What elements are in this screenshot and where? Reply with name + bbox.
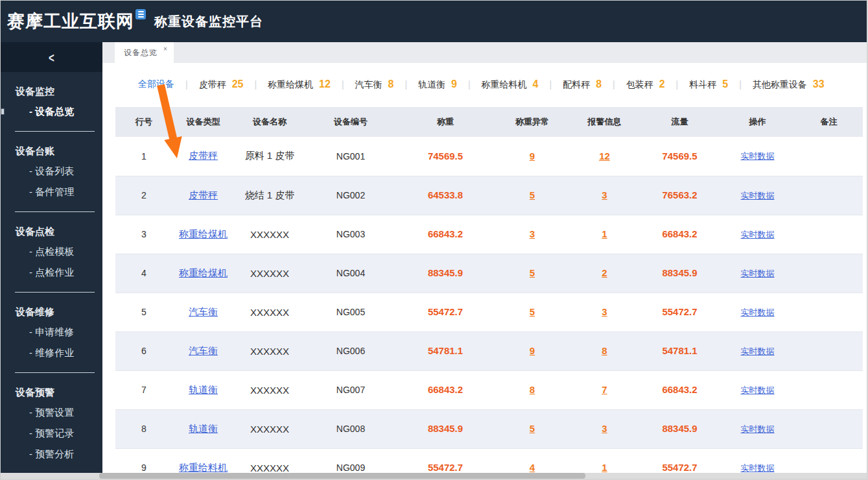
cell-remark [795, 409, 863, 448]
filter-category[interactable]: 轨道衡9 [418, 78, 457, 91]
sidebar-item[interactable]: - 预警设置 [1, 402, 102, 423]
device-type-link[interactable]: 皮带秤 [189, 189, 218, 200]
filter-category[interactable]: 称重给料机4 [482, 78, 539, 91]
device-type-link[interactable]: 称重给煤机 [179, 267, 228, 278]
horizontal-scrollbar-track[interactable] [1, 473, 867, 479]
sidebar-section-title[interactable]: 设备监控 [1, 82, 102, 101]
abnormal-count-link[interactable]: 5 [530, 189, 535, 200]
sidebar-collapse-button[interactable]: < [1, 42, 102, 72]
sidebar-item[interactable]: - 设备总览 [1, 101, 102, 122]
tab-device-overview[interactable]: 设备总览 × [115, 42, 174, 63]
realtime-data-link[interactable]: 实时数据 [741, 385, 775, 395]
sidebar-section-title[interactable]: 设备点检 [1, 222, 102, 241]
alarm-count-link[interactable]: 12 [599, 150, 610, 162]
abnormal-count-link[interactable]: 3 [530, 228, 535, 239]
table-row: 7轨道衡XXXXXXNG00766843.28766843.2实时数据 [115, 370, 863, 409]
filter-separator: | [254, 79, 257, 90]
abnormal-count-link[interactable]: 4 [530, 462, 535, 473]
cell-alarm-info: 3 [570, 409, 639, 448]
cell-weight: 88345.9 [396, 409, 495, 448]
column-header: 称重 [396, 107, 495, 137]
sidebar-item[interactable]: - 备件管理 [1, 182, 102, 202]
cell-remark [795, 176, 863, 215]
filter-category[interactable]: 料斗秤5 [689, 78, 728, 91]
sidebar-section-title[interactable]: 设备预警 [1, 383, 102, 402]
cell-weight: 66843.2 [396, 215, 495, 254]
realtime-data-link[interactable]: 实时数据 [741, 269, 775, 278]
abnormal-count-link[interactable]: 8 [530, 384, 535, 395]
abnormal-count-link[interactable]: 9 [530, 150, 535, 162]
alarm-count-link[interactable]: 3 [602, 306, 607, 317]
table-header-row: 行号设备类型设备名称设备编号称重称重异常报警信息流量操作备注 [115, 107, 863, 137]
filter-separator: | [405, 79, 407, 90]
sidebar-item[interactable]: - 设备列表 [1, 161, 102, 182]
close-icon[interactable]: × [163, 45, 167, 53]
cell-alarm-info: 12 [570, 137, 639, 176]
sidebar-section: 设备预警- 预警设置- 预警记录- 预警分析 [1, 373, 102, 470]
device-type-link[interactable]: 汽车衡 [189, 306, 218, 317]
column-header: 行号 [115, 107, 172, 137]
cell-device-code: NG005 [305, 293, 396, 331]
device-type-link[interactable]: 称重给煤机 [179, 228, 228, 239]
filter-category[interactable]: 包装秤2 [626, 78, 665, 91]
cell-row-number: 3 [115, 215, 172, 254]
filter-category-label: 汽车衡 [355, 79, 382, 90]
sidebar-section: 设备监控- 设备总览 [1, 72, 102, 127]
alarm-count-link[interactable]: 1 [602, 462, 607, 473]
realtime-data-link[interactable]: 实时数据 [741, 346, 775, 356]
abnormal-count-link[interactable]: 5 [530, 267, 535, 278]
sidebar-section-title[interactable]: 设备维修 [1, 302, 102, 322]
filter-category[interactable]: 配料秤8 [563, 78, 602, 91]
cell-device-name: XXXXXX [234, 215, 305, 254]
filter-category-label: 皮带秤 [199, 79, 226, 90]
alarm-count-link[interactable]: 3 [602, 189, 607, 200]
alarm-count-link[interactable]: 8 [602, 345, 607, 356]
abnormal-count-link[interactable]: 5 [530, 423, 535, 434]
alarm-count-link[interactable]: 2 [602, 267, 607, 278]
cell-row-number: 5 [115, 293, 172, 331]
weight-value: 66843.2 [428, 228, 463, 239]
horizontal-scrollbar-thumb[interactable] [99, 473, 585, 479]
cell-device-type: 称重给煤机 [172, 215, 234, 254]
hamburger-menu-icon[interactable] [135, 9, 146, 19]
filter-category[interactable]: 皮带秤25 [199, 78, 244, 91]
device-type-link[interactable]: 汽车衡 [189, 345, 218, 356]
realtime-data-link[interactable]: 实时数据 [741, 230, 775, 239]
sidebar-item[interactable]: - 点检作业 [1, 262, 102, 283]
abnormal-count-link[interactable]: 9 [530, 345, 535, 356]
column-header: 报警信息 [570, 107, 639, 137]
device-type-link[interactable]: 轨道衡 [189, 423, 218, 434]
alarm-count-link[interactable]: 7 [602, 384, 607, 395]
cell-flow: 66843.2 [639, 215, 720, 254]
abnormal-count-link[interactable]: 5 [530, 306, 535, 317]
realtime-data-link[interactable]: 实时数据 [741, 307, 775, 317]
sidebar-item[interactable]: - 申请维修 [1, 322, 102, 342]
device-type-link[interactable]: 轨道衡 [189, 384, 218, 395]
realtime-data-link[interactable]: 实时数据 [741, 191, 775, 200]
cell-remark [795, 137, 863, 176]
sidebar-section-title[interactable]: 设备台账 [1, 141, 102, 161]
sidebar-item[interactable]: - 维修作业 [1, 342, 102, 363]
sidebar-section: 设备台账- 设备列表- 备件管理 [1, 132, 102, 208]
weight-value: 88345.9 [428, 423, 463, 434]
device-type-link[interactable]: 称重给料机 [179, 462, 228, 473]
filter-category[interactable]: 其他称重设备33 [753, 78, 825, 91]
alarm-count-link[interactable]: 3 [602, 423, 607, 434]
weight-value: 55472.7 [428, 462, 463, 473]
sidebar-item[interactable]: - 点检模板 [1, 241, 102, 262]
table-row: 4称重给煤机XXXXXXNG00488345.95288345.9实时数据 [115, 254, 863, 293]
realtime-data-link[interactable]: 实时数据 [741, 151, 775, 161]
realtime-data-link[interactable]: 实时数据 [741, 424, 775, 434]
filter-category[interactable]: 称重给煤机12 [268, 78, 331, 91]
cell-device-name: 原料 1 皮带 [234, 137, 305, 176]
realtime-data-link[interactable]: 实时数据 [741, 463, 775, 473]
sidebar-item[interactable]: - 预警记录 [1, 423, 102, 444]
sidebar-item[interactable]: - 预警分析 [1, 444, 102, 464]
filter-all-devices[interactable]: 全部设备 [138, 78, 174, 90]
device-type-link[interactable]: 皮带秤 [189, 150, 218, 161]
alarm-count-link[interactable]: 1 [602, 228, 607, 239]
filter-category[interactable]: 汽车衡8 [355, 78, 394, 91]
filter-separator: | [676, 79, 679, 90]
filter-separator: | [185, 79, 188, 90]
filter-separator: | [342, 79, 344, 90]
